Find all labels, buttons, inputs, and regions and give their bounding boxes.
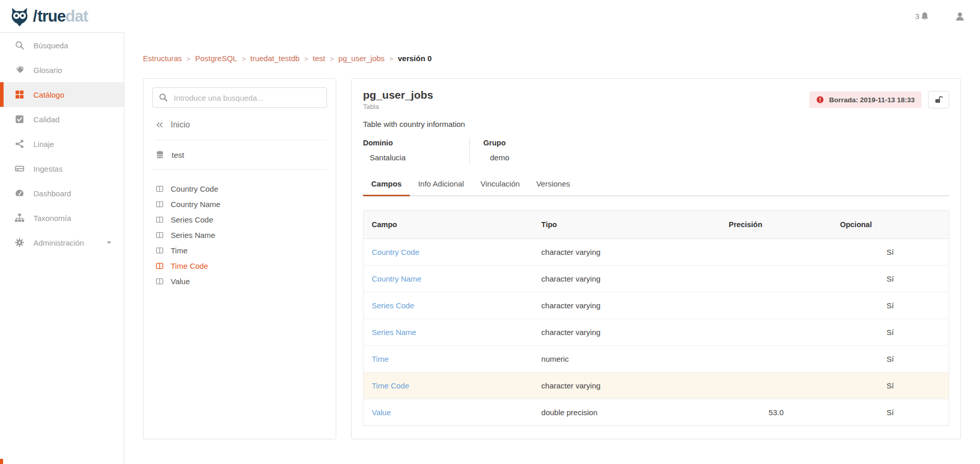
breadcrumb-separator: > bbox=[389, 55, 393, 63]
search-icon bbox=[158, 92, 168, 102]
table-row-time-code: Time Codecharacter varyingSí bbox=[364, 373, 949, 399]
cell-precision bbox=[720, 346, 831, 373]
cell-tipo: numeric bbox=[533, 346, 720, 373]
home-label: Inicio bbox=[171, 120, 190, 129]
breadcrumb-separator: > bbox=[304, 55, 308, 63]
field-item-time[interactable]: Time bbox=[152, 243, 327, 258]
search-icon bbox=[14, 40, 25, 50]
gauge-icon bbox=[14, 188, 25, 198]
field-item-country-code[interactable]: Country Code bbox=[152, 181, 327, 196]
sidebar-active-indicator-strip bbox=[0, 459, 3, 464]
main-content: Estructuras>PostgreSQL>truedat_testdb>te… bbox=[124, 32, 980, 464]
parent-schema-label: test bbox=[172, 151, 184, 159]
gear-icon bbox=[14, 237, 25, 248]
column-header-precision: Precisión bbox=[720, 211, 831, 239]
sidebar-item-glosario[interactable]: Glosario bbox=[0, 58, 124, 82]
sidebar-item-taxonomia[interactable]: Taxonomía bbox=[0, 206, 124, 230]
parent-schema-item[interactable]: test bbox=[152, 140, 327, 170]
field-link-series-name[interactable]: Series Name bbox=[372, 328, 416, 337]
sidebar-item-dashboard[interactable]: Dashboard bbox=[0, 181, 124, 206]
column-header-tipo: Tipo bbox=[533, 211, 720, 239]
field-item-value[interactable]: Value bbox=[152, 273, 327, 289]
alert-circle-icon bbox=[816, 96, 824, 104]
field-link-series-code[interactable]: Series Code bbox=[372, 301, 414, 310]
field-item-country-name[interactable]: Country Name bbox=[152, 196, 327, 212]
top-bar: /truedat 3 bbox=[0, 0, 980, 32]
field-item-label: Time Code bbox=[171, 262, 208, 270]
cell-precision bbox=[720, 292, 831, 319]
tab-info-adicional[interactable]: Info Adicional bbox=[410, 179, 472, 196]
cell-campo: Country Name bbox=[364, 266, 533, 292]
breadcrumb-link-estructuras[interactable]: Estructuras bbox=[143, 54, 182, 63]
sidebar-item-label: Linaje bbox=[33, 140, 54, 149]
logo-text: /truedat bbox=[33, 8, 88, 24]
cell-tipo: character varying bbox=[533, 319, 720, 346]
cell-precision bbox=[720, 319, 831, 346]
breadcrumb-link-postgresql[interactable]: PostgreSQL bbox=[195, 54, 237, 63]
sidebar-item-calidad[interactable]: Calidad bbox=[0, 107, 124, 132]
cell-opcional: Sí bbox=[832, 292, 949, 319]
group-label: Grupo bbox=[483, 139, 510, 147]
cell-precision bbox=[720, 373, 831, 399]
field-link-value[interactable]: Value bbox=[372, 408, 391, 417]
domain-label: Dominio bbox=[363, 139, 469, 147]
field-item-time-code[interactable]: Time Code bbox=[152, 258, 327, 273]
sidebar-item-label: Calidad bbox=[33, 115, 60, 124]
cell-opcional: Sí bbox=[832, 346, 949, 373]
cell-opcional: Sí bbox=[832, 373, 949, 399]
field-link-time-code[interactable]: Time Code bbox=[372, 381, 409, 390]
owl-logo-icon bbox=[8, 6, 31, 27]
cell-opcional: Sí bbox=[832, 319, 949, 346]
cell-precision: 53.0 bbox=[720, 399, 831, 426]
sidebar-item-busqueda[interactable]: Búsqueda bbox=[0, 33, 124, 58]
notifications-button[interactable]: 3 bbox=[915, 11, 930, 21]
column-icon bbox=[155, 262, 164, 270]
field-link-country-code[interactable]: Country Code bbox=[372, 248, 420, 256]
table-row-series-code: Series Codecharacter varyingSí bbox=[364, 292, 949, 319]
tab-campos[interactable]: Campos bbox=[363, 179, 410, 196]
field-item-series-name[interactable]: Series Name bbox=[152, 227, 327, 243]
breadcrumb-link-pg-user-jobs[interactable]: pg_user_jobs bbox=[338, 54, 385, 63]
field-item-series-code[interactable]: Series Code bbox=[152, 212, 327, 227]
breadcrumb-link-test[interactable]: test bbox=[313, 54, 325, 63]
cell-campo: Time bbox=[364, 346, 533, 373]
sidebar-item-label: Administración bbox=[33, 238, 84, 247]
structure-description: Table with country information bbox=[363, 120, 949, 128]
cell-tipo: character varying bbox=[533, 292, 720, 319]
sidebar-item-administracion[interactable]: Administración bbox=[0, 230, 124, 255]
column-header-opcional: Opcional bbox=[832, 211, 949, 239]
field-list: Country CodeCountry NameSeries CodeSerie… bbox=[152, 181, 327, 289]
sidebar-item-ingestas[interactable]: Ingestas bbox=[0, 156, 124, 181]
field-link-country-name[interactable]: Country Name bbox=[372, 274, 422, 283]
column-header-campo: Campo bbox=[364, 211, 533, 239]
cell-campo: Series Name bbox=[364, 319, 533, 346]
user-menu-button[interactable] bbox=[954, 11, 966, 22]
cell-campo: Value bbox=[364, 399, 533, 426]
column-icon bbox=[155, 200, 164, 209]
sidebar-item-label: Catálogo bbox=[33, 90, 64, 99]
structure-explorer-panel: Inicio test Country CodeCountry NameSeri… bbox=[143, 78, 336, 439]
bell-icon bbox=[920, 11, 930, 21]
tab-vinculacion[interactable]: Vinculación bbox=[472, 179, 528, 196]
table-row-country-code: Country Codecharacter varyingSí bbox=[364, 239, 949, 266]
column-icon bbox=[155, 231, 164, 239]
column-icon bbox=[155, 246, 164, 255]
search-input[interactable] bbox=[152, 87, 327, 108]
structure-detail-panel: pg_user_jobs Tabla Borrada: 2019-11-13 1… bbox=[351, 78, 961, 439]
cell-opcional: Sí bbox=[832, 239, 949, 266]
sidebar-item-catalogo[interactable]: Catálogo bbox=[0, 82, 124, 107]
breadcrumb-separator: > bbox=[187, 55, 191, 63]
database-icon bbox=[155, 150, 165, 159]
cell-campo: Country Code bbox=[364, 239, 533, 266]
tab-versiones[interactable]: Versiones bbox=[528, 179, 578, 196]
table-row-time: TimenumericSí bbox=[364, 346, 949, 373]
field-link-time[interactable]: Time bbox=[372, 355, 389, 363]
field-item-label: Country Code bbox=[171, 184, 219, 193]
back-to-home-link[interactable]: Inicio bbox=[155, 120, 327, 140]
sidebar-item-linaje[interactable]: Linaje bbox=[0, 132, 124, 156]
breadcrumb-link-truedat-testdb[interactable]: truedat_testdb bbox=[250, 54, 300, 63]
truedat-logo[interactable]: /truedat bbox=[8, 6, 88, 27]
cell-tipo: double precision bbox=[533, 399, 720, 426]
unlock-button[interactable] bbox=[928, 91, 949, 108]
cell-opcional: Sí bbox=[832, 399, 949, 426]
